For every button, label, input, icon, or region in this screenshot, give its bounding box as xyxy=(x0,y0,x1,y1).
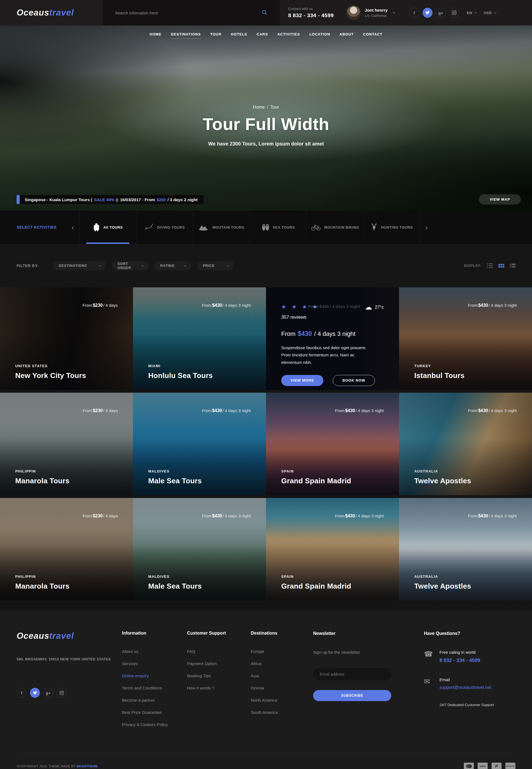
tour-card-male-sea[interactable]: From$430/ 4 days 3 night MALDIVES Male S… xyxy=(133,393,266,495)
nav-activities[interactable]: ACTIVITIES xyxy=(277,32,300,39)
filter-price[interactable]: PRICE xyxy=(197,261,234,270)
nav-tour[interactable]: TOUR xyxy=(210,32,222,39)
tour-card-male-sea-2[interactable]: From$430/ 4 days 3 night MALDIVES Male S… xyxy=(133,498,266,601)
footer-link[interactable]: Ocenia xyxy=(251,686,264,690)
footer-logo[interactable]: Oceaustravel xyxy=(17,631,122,641)
nav-hotels[interactable]: HOTELS xyxy=(231,32,247,39)
footer-link[interactable]: North America xyxy=(251,698,277,702)
newsletter-email-input[interactable] xyxy=(313,668,391,681)
filter-rating[interactable]: RATING xyxy=(155,261,191,270)
cloud-icon: ☁ xyxy=(365,303,372,311)
footer-link[interactable]: Services xyxy=(122,661,138,666)
logo[interactable]: Oceaustravel xyxy=(0,0,103,25)
tab-diving-tours[interactable]: DIVING TOURS xyxy=(136,211,193,244)
user-menu[interactable]: Jont henrry LA, California xyxy=(346,6,394,20)
tour-card-istanbul[interactable]: From$430/ 4 days 3 night TURKEY Istanbul… xyxy=(399,287,532,390)
tab-label: HUNTING TOURS xyxy=(381,225,413,229)
footer-link[interactable]: FAQ xyxy=(187,649,195,654)
google-plus-icon[interactable]: g+ xyxy=(436,8,446,18)
chevron-down-icon xyxy=(393,11,395,13)
ticker-accent-bar xyxy=(17,195,20,204)
card-country: MALDIVES xyxy=(148,574,202,579)
tab-hunting-tours[interactable]: HUNTING TOURS xyxy=(363,211,420,244)
masonry-view-icon[interactable] xyxy=(510,264,515,268)
nav-about[interactable]: ABOUT xyxy=(339,32,354,39)
currency-select[interactable]: USD xyxy=(484,11,496,15)
twitter-icon[interactable] xyxy=(30,688,40,698)
topbar-right: Contact with us 8 832 - 334 - 4599 Jont … xyxy=(280,0,532,25)
tour-card-manarola-2[interactable]: From$230/ 4 days PHILIPPIN Manarola Tour… xyxy=(0,498,133,601)
tab-moutain-tours[interactable]: MOUTAIN TOURS xyxy=(193,211,250,244)
moontheme-link[interactable]: MOONTHEME xyxy=(76,765,98,768)
subscribe-button[interactable]: SUBSCRIBE xyxy=(313,690,391,701)
tour-grid: From$230/ 4 days UNITED STATES New York … xyxy=(0,287,532,601)
footer-link[interactable]: How it words ? xyxy=(187,686,214,690)
tour-card-manarola[interactable]: From$230/ 4 days PHILIPPIN Manarola Tour… xyxy=(0,393,133,495)
tour-card-grand-spain-2[interactable]: From$430/ 4 days 3 night SPAIN Grand Spa… xyxy=(266,498,399,601)
logo-primary: Oceaus xyxy=(17,8,49,17)
filter-destinations[interactable]: DESTINATIONS xyxy=(53,261,106,270)
nav-location[interactable]: LOCATION xyxy=(309,32,330,39)
tour-card-detail[interactable]: ★ ★ ★ ★ From $430 / 4 days 3 night ☁ 27°… xyxy=(266,287,399,390)
footer-phone[interactable]: 8 832 - 334 - 4599 xyxy=(439,658,480,663)
tour-card-new-york[interactable]: From$230/ 4 days UNITED STATES New York … xyxy=(0,287,133,390)
tour-card-twelve-apostles-2[interactable]: From$430/ 4 days 3 night AUSTRALIA Twelv… xyxy=(399,498,532,601)
support-note: 24/7 Dedicated Customer Support xyxy=(424,703,515,707)
carousel-next-button[interactable]: › xyxy=(420,211,433,244)
book-now-button[interactable]: BOOK NOW xyxy=(333,375,375,386)
instagram-icon[interactable] xyxy=(57,688,67,698)
nav-contact[interactable]: CONTACT xyxy=(363,32,383,39)
google-plus-icon[interactable]: g+ xyxy=(43,688,53,698)
card-country: PHILIPPIN xyxy=(15,574,70,579)
activity-tabs: All TOURS DIVING TOURS MOUTAIN TOURS SEA… xyxy=(79,211,420,244)
avatar[interactable] xyxy=(346,6,361,20)
tour-card-twelve-apostles[interactable]: From$430/ 4 days 3 night AUSTRALIA Twelv… xyxy=(399,393,532,495)
list-view-icon[interactable] xyxy=(487,263,493,268)
footer-link[interactable]: Europe xyxy=(251,649,264,654)
footer-link[interactable]: Africa xyxy=(251,661,261,666)
newsletter-text: Sign up for the newsletter xyxy=(313,650,405,655)
paypal-icon: P xyxy=(492,763,502,769)
tab-sea-tours[interactable]: SEA TOURS xyxy=(250,211,306,244)
mountains-icon xyxy=(198,224,209,231)
footer-link[interactable]: Privacy & Cookies Policy xyxy=(122,722,168,727)
footer-link[interactable]: Terms and Conditions xyxy=(122,686,162,690)
carousel-prev-button[interactable]: ‹ xyxy=(67,211,79,244)
faded-price: From $430 / 4 days 3 night xyxy=(308,304,360,309)
nav-home[interactable]: HOME xyxy=(150,32,162,39)
footer-link[interactable]: Asia xyxy=(251,673,259,678)
instagram-icon[interactable] xyxy=(449,8,459,18)
footer-link[interactable]: About us xyxy=(122,649,138,654)
card-title: Male Sea Tours xyxy=(148,582,202,591)
nav-destinations[interactable]: DESTINATIONS xyxy=(171,32,201,39)
facebook-icon[interactable]: f xyxy=(409,8,419,18)
tour-card-grand-spain[interactable]: From$430/ 4 days 3 night SPAIN Grand Spa… xyxy=(266,393,399,495)
card-title: Honlulu Sea Tours xyxy=(148,371,213,380)
search-input[interactable] xyxy=(115,11,262,15)
footer-link[interactable]: Payment Option xyxy=(187,661,217,666)
footer-link[interactable]: Best Price Guarantee xyxy=(122,710,162,715)
tab-mountain-biking[interactable]: MOUNTAIN BIKING xyxy=(306,211,363,244)
bicycle-icon xyxy=(311,224,321,231)
footer-link[interactable]: South America xyxy=(251,710,278,715)
copyright: ©COPYRIGHT 2016. THEME MADE BY MOONTHEME xyxy=(17,765,98,768)
footer-link[interactable]: Booking Tips xyxy=(187,673,211,678)
view-map-button[interactable]: VIEW MAP xyxy=(479,194,521,205)
facebook-icon[interactable]: f xyxy=(17,688,27,698)
tab-all-tours[interactable]: All TOURS xyxy=(79,211,136,244)
breadcrumb-home[interactable]: Home xyxy=(253,105,265,109)
footer-email[interactable]: support@oceaustravel.net xyxy=(439,685,491,690)
grid-view-icon[interactable] xyxy=(498,264,504,268)
card-price: From$430/ 4 days 3 night xyxy=(202,513,251,518)
footer-link-online-enquiry[interactable]: Online enquiry xyxy=(122,673,149,678)
filter-sort-order[interactable]: SORT ORDER xyxy=(112,261,149,270)
temperature: 27°c xyxy=(375,305,384,310)
search-button[interactable] xyxy=(262,10,267,16)
reviews-count: 357 reviews xyxy=(281,315,384,320)
nav-cars[interactable]: CARS xyxy=(257,32,268,39)
twitter-icon[interactable] xyxy=(423,8,433,18)
tour-card-honlulu[interactable]: From$430/ 4 days 3 night MIAMI Honlulu S… xyxy=(133,287,266,390)
language-select[interactable]: EN xyxy=(467,11,476,15)
view-more-button[interactable]: VIEW MORE xyxy=(281,375,323,386)
footer-link[interactable]: Become a partner xyxy=(122,698,155,702)
